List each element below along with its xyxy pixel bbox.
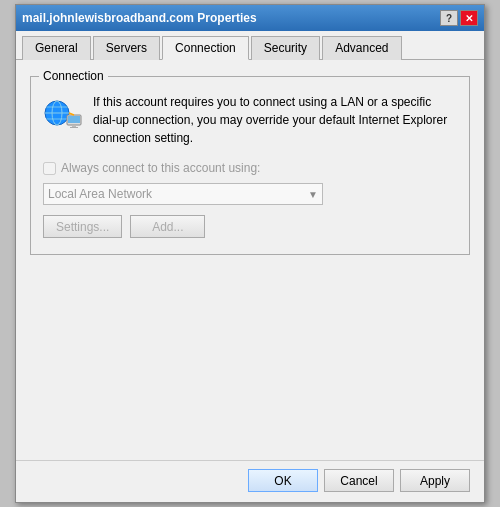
svg-rect-7 bbox=[72, 125, 76, 127]
network-icon bbox=[43, 93, 83, 133]
settings-button[interactable]: Settings... bbox=[43, 215, 122, 238]
connection-dropdown-row: Local Area Network ▼ bbox=[43, 183, 457, 205]
connection-section: Connection If bbox=[30, 76, 470, 255]
help-button[interactable]: ? bbox=[440, 10, 458, 26]
close-button[interactable]: ✕ bbox=[460, 10, 478, 26]
tab-bar: General Servers Connection Security Adva… bbox=[16, 31, 484, 60]
tab-connection[interactable]: Connection bbox=[162, 36, 249, 60]
title-bar: mail.johnlewisbroadband.com Properties ?… bbox=[16, 5, 484, 31]
dropdown-value: Local Area Network bbox=[48, 187, 152, 201]
svg-rect-6 bbox=[68, 116, 80, 123]
tab-content: Connection If bbox=[16, 60, 484, 460]
title-bar-buttons: ? ✕ bbox=[440, 10, 478, 26]
section-title: Connection bbox=[39, 69, 108, 83]
tab-general[interactable]: General bbox=[22, 36, 91, 60]
properties-window: mail.johnlewisbroadband.com Properties ?… bbox=[15, 4, 485, 503]
ok-button[interactable]: OK bbox=[248, 469, 318, 492]
always-connect-row: Always connect to this account using: bbox=[43, 161, 457, 175]
apply-button[interactable]: Apply bbox=[400, 469, 470, 492]
always-connect-checkbox[interactable] bbox=[43, 162, 56, 175]
window-title: mail.johnlewisbroadband.com Properties bbox=[22, 11, 257, 25]
connection-dropdown[interactable]: Local Area Network ▼ bbox=[43, 183, 323, 205]
footer: OK Cancel Apply bbox=[16, 460, 484, 502]
tab-security[interactable]: Security bbox=[251, 36, 320, 60]
connection-buttons: Settings... Add... bbox=[43, 215, 457, 238]
dropdown-arrow-icon: ▼ bbox=[308, 189, 318, 200]
tab-advanced[interactable]: Advanced bbox=[322, 36, 401, 60]
info-row: If this account requires you to connect … bbox=[43, 93, 457, 147]
info-text: If this account requires you to connect … bbox=[93, 93, 457, 147]
tab-servers[interactable]: Servers bbox=[93, 36, 160, 60]
svg-rect-8 bbox=[70, 127, 78, 128]
always-connect-label: Always connect to this account using: bbox=[61, 161, 260, 175]
add-button[interactable]: Add... bbox=[130, 215, 205, 238]
cancel-button[interactable]: Cancel bbox=[324, 469, 394, 492]
